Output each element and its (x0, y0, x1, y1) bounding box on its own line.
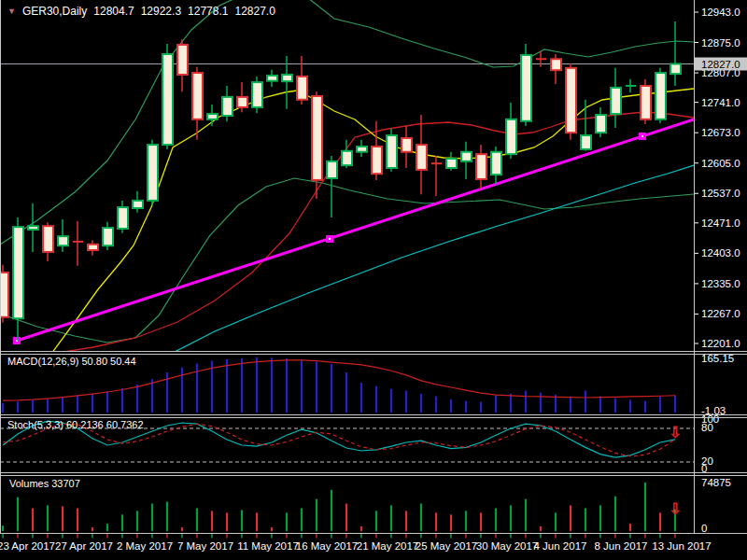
candle-body (312, 96, 322, 180)
candle-body (446, 159, 457, 168)
date-axis-label[interactable]: 8 Jun 2017 (595, 540, 648, 552)
candle-body (118, 207, 128, 229)
candle-body (207, 114, 218, 119)
candle-body (222, 97, 233, 116)
bollinger-upper-band (0, 0, 694, 245)
date-axis-label[interactable]: 27 Apr 2017 (55, 540, 113, 552)
current-price-label: 12827.0 (701, 59, 740, 70)
candle-body (88, 245, 98, 250)
candle-body (476, 154, 486, 179)
slow-ma-line (173, 165, 694, 353)
price-axis-label: 12335.0 (701, 278, 740, 289)
chart-canvas[interactable]: 12943.012875.012807.012741.012673.012605… (0, 0, 747, 560)
price-axis-label: 12267.0 (701, 308, 740, 319)
candle-body (13, 227, 23, 318)
date-axis-label[interactable]: 30 May 2017 (476, 540, 539, 552)
candle-body (506, 119, 516, 154)
date-axis-label[interactable]: 21 May 2017 (357, 540, 419, 552)
candle-body (402, 138, 412, 152)
candle-body (416, 145, 427, 170)
date-axis-label[interactable]: 2 May 2017 (117, 540, 173, 552)
candle-body (43, 226, 53, 252)
date-axis-label[interactable]: 4 Jun 2017 (534, 540, 587, 552)
date-axis-label[interactable]: 13 Jun 2017 (652, 540, 711, 552)
candle-body (611, 88, 621, 114)
candle-body (297, 77, 307, 100)
date-axis-label[interactable]: 23 Apr 2017 (0, 540, 55, 552)
candle-body (162, 54, 173, 145)
candle-body (267, 76, 277, 81)
price-axis-label: 12201.0 (701, 338, 740, 349)
stoch-axis-label: 80 (701, 422, 713, 433)
price-axis-label: 12605.0 (701, 158, 740, 169)
price-axis-label: 12537.0 (701, 188, 740, 199)
bollinger-lower-band (0, 178, 694, 343)
candle-body (133, 201, 143, 208)
main-chart-area[interactable] (0, 0, 694, 354)
trading-chart-window: { "title": { "symbol": "GER30,Daily", "o… (0, 0, 747, 560)
price-axis-label: 12403.0 (701, 247, 740, 259)
candle-body (357, 147, 367, 152)
candle-body (103, 228, 113, 245)
candle-body (372, 147, 382, 174)
sell-signal-arrow: ⇩ (669, 424, 682, 441)
candle-body (282, 75, 292, 81)
volume-axis-max: 74875 (701, 477, 731, 488)
chart-title: ▼ GER30,Daily 12804.7 12922.3 12778.1 12… (7, 5, 275, 18)
candle-body (327, 161, 337, 178)
candle-body (581, 135, 591, 149)
sell-signal-arrow: ⇩ (669, 500, 682, 518)
candle-body (387, 135, 397, 168)
candle-body (641, 86, 651, 119)
candle-body (58, 236, 68, 245)
candle-body (342, 151, 352, 165)
date-axis-label[interactable]: 7 May 2017 (177, 540, 233, 552)
date-axis-label[interactable]: 25 May 2017 (416, 540, 478, 552)
candle-body (252, 82, 262, 107)
candle-body (0, 273, 8, 317)
price-axis-label: 12471.0 (701, 217, 740, 229)
symbol-period-label: GER30,Daily (22, 5, 87, 18)
candle-body (566, 68, 576, 133)
low-value: 12778.1 (188, 5, 228, 18)
candle-body (237, 97, 247, 107)
date-axis-label[interactable]: 11 May 2017 (237, 540, 299, 552)
candle-body (551, 59, 561, 70)
chart-object-triangle-icon: ▼ (7, 7, 16, 16)
candle-body (461, 152, 472, 161)
trendline[interactable] (17, 119, 694, 341)
price-axis-label: 12673.0 (701, 127, 740, 138)
candle-body (192, 73, 203, 119)
candle-body (148, 145, 158, 201)
trendline-handle-dot (641, 135, 643, 137)
candle-body (28, 226, 38, 230)
price-axis-label: 12875.0 (701, 37, 740, 49)
trendline-handle-dot (329, 238, 331, 240)
high-value: 12922.3 (141, 5, 181, 18)
candle-body (596, 115, 606, 133)
candle-body (655, 73, 666, 119)
open-value: 12804.7 (93, 5, 134, 18)
price-axis-label: 12741.0 (701, 97, 740, 108)
close-value: 12827.0 (234, 5, 275, 18)
candle-body (670, 63, 681, 74)
price-axis-label: 12943.0 (701, 7, 740, 18)
candle-body (177, 45, 188, 75)
candle-body (491, 152, 501, 175)
macd-indicator-label: MACD(12,26,9) 50.80 50.44 (7, 356, 136, 367)
candle-body (521, 55, 531, 121)
stoch-indicator-label: Stoch(5,3,3) 60.2136 60.7362 (7, 419, 144, 430)
volume-axis-min: 0 (701, 523, 707, 534)
volumes-indicator-label: Volumes 33707 (9, 478, 80, 489)
date-axis-label[interactable]: 16 May 2017 (296, 540, 359, 552)
